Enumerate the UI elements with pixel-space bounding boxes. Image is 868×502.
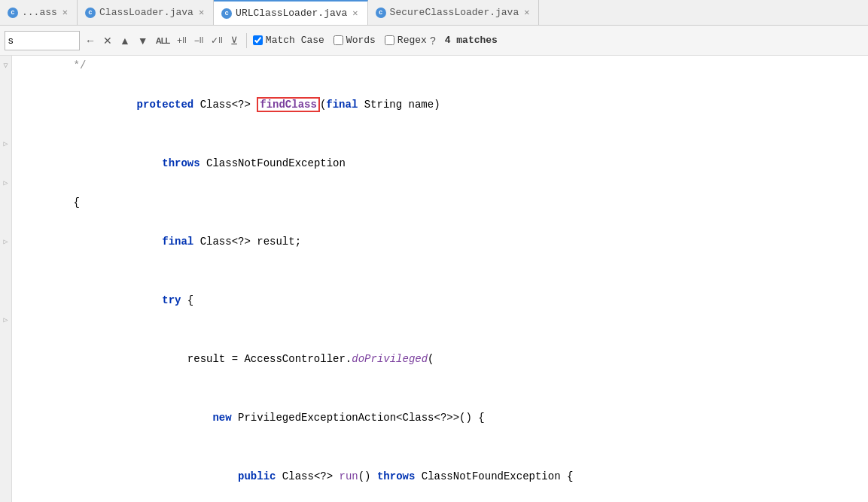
fold-spacer-8: [0, 271, 11, 291]
fold-spacer-9: [0, 291, 11, 310]
search-bar: ← ✕ ▲ ▼ ALL +II −II ✓II ⊻ Match Case Wor…: [0, 26, 868, 56]
code-line-8: new PrivilegedExceptionAction<Class<?>>(…: [12, 388, 868, 447]
fold-spacer-10: [0, 330, 11, 349]
code-text-8: new PrivilegedExceptionAction<Class<?>>(…: [48, 388, 868, 447]
tab-urlclassloader[interactable]: c URLClassLoader.java ✕: [214, 0, 367, 26]
search-all-button[interactable]: ALL: [154, 35, 172, 47]
tab-icon-classloader: c: [85, 8, 96, 18]
code-text-3: throws ClassNotFoundException: [48, 134, 868, 193]
code-line-1: */: [12, 56, 868, 75]
tab-close-urlclassloader[interactable]: ✕: [351, 8, 359, 19]
search-filter-button[interactable]: ⊻: [228, 33, 240, 48]
search-close-button[interactable]: ✕: [101, 33, 114, 48]
tab-label-urlclassloader: URLClassLoader.java: [236, 8, 347, 19]
findclass-highlight: findClass: [257, 97, 320, 112]
search-select-button[interactable]: ✓II: [209, 34, 225, 47]
search-prev-button[interactable]: ←: [83, 33, 98, 48]
fold-spacer-6: [0, 212, 11, 232]
regex-label: Regex: [397, 35, 427, 46]
code-line-5: final Class<?> result;: [12, 212, 868, 271]
code-line-7: result = AccessController.doPrivileged(: [12, 330, 868, 388]
search-up-button[interactable]: ▲: [117, 33, 132, 48]
tab-label-classloader: ClassLoader.java: [99, 7, 193, 18]
tab-classloader[interactable]: c ClassLoader.java ✕: [78, 0, 214, 26]
left-gutter: ▽ ▷ ▷ ▷ ▷: [0, 56, 12, 502]
fold-marker-2[interactable]: ▷: [0, 134, 11, 154]
fold-marker-4[interactable]: ▷: [0, 232, 11, 251]
code-line-4: {: [12, 193, 868, 212]
code-line-2: protected Class<?> findClass(final Strin…: [12, 75, 868, 134]
tab-label-secureclassloader: SecureClassLoader.java: [390, 7, 519, 18]
separator-1: [246, 33, 247, 48]
tab-icon-urlclassloader: c: [221, 8, 232, 19]
match-case-checkbox[interactable]: [253, 35, 263, 45]
fold-spacer-12: [0, 369, 11, 388]
fold-spacer-11: [0, 349, 11, 369]
tab-close-prev[interactable]: ✕: [61, 7, 69, 18]
tab-icon-prev: c: [8, 8, 18, 18]
tab-close-secureclassloader[interactable]: ✕: [522, 7, 531, 18]
tab-close-classloader[interactable]: ✕: [197, 7, 206, 18]
fold-marker-1[interactable]: ▽: [0, 56, 11, 75]
fold-spacer-5: [0, 193, 11, 212]
regex-option[interactable]: Regex: [385, 35, 427, 46]
search-input-container: [5, 31, 80, 50]
code-text-9: public Class<?> run() throws ClassNotFou…: [48, 447, 868, 502]
fold-spacer-1: [0, 75, 11, 95]
code-line-3: throws ClassNotFoundException: [12, 134, 868, 193]
regex-checkbox[interactable]: [385, 35, 394, 45]
search-remove-button[interactable]: −II: [192, 34, 206, 47]
fold-spacer-3: [0, 114, 11, 134]
fold-spacer-4: [0, 154, 11, 173]
tab-secureclassloader[interactable]: c SecureClassLoader.java ✕: [368, 0, 540, 26]
code-text-4: {: [48, 193, 868, 212]
tab-icon-secureclassloader: c: [376, 8, 386, 18]
match-case-option[interactable]: Match Case: [253, 35, 324, 46]
code-content: */ protected Class<?> findClass(final St…: [12, 56, 868, 502]
matches-count: 4 matches: [445, 35, 498, 46]
words-label: Words: [346, 35, 376, 46]
tab-prev[interactable]: c ...ass ✕: [0, 0, 78, 26]
fold-marker-3[interactable]: ▷: [0, 173, 11, 193]
help-button[interactable]: ?: [430, 35, 436, 47]
fold-spacer-13: [0, 388, 11, 408]
code-text-6: try {: [48, 271, 868, 330]
tab-bar: c ...ass ✕ c ClassLoader.java ✕ c URLCla…: [0, 0, 868, 26]
match-case-label: Match Case: [266, 35, 324, 46]
fold-marker-5[interactable]: ▷: [0, 310, 11, 330]
fold-spacer-7: [0, 251, 11, 271]
search-input[interactable]: [8, 35, 69, 46]
tab-label-prev: ...ass: [22, 7, 57, 18]
fold-spacer-2: [0, 95, 11, 114]
code-line-6: try {: [12, 271, 868, 330]
code-editor[interactable]: */ protected Class<?> findClass(final St…: [12, 56, 868, 502]
search-add-button[interactable]: +II: [175, 34, 189, 47]
code-text-5: final Class<?> result;: [48, 212, 868, 271]
code-text-2: protected Class<?> findClass(final Strin…: [48, 75, 868, 134]
editor-container: ▽ ▷ ▷ ▷ ▷ */ p: [0, 56, 868, 502]
code-text-1: */: [48, 56, 868, 75]
code-line-9: public Class<?> run() throws ClassNotFou…: [12, 447, 868, 502]
words-checkbox[interactable]: [333, 35, 343, 45]
search-down-button[interactable]: ▼: [136, 33, 151, 48]
code-text-7: result = AccessController.doPrivileged(: [48, 330, 868, 388]
words-option[interactable]: Words: [333, 35, 376, 46]
